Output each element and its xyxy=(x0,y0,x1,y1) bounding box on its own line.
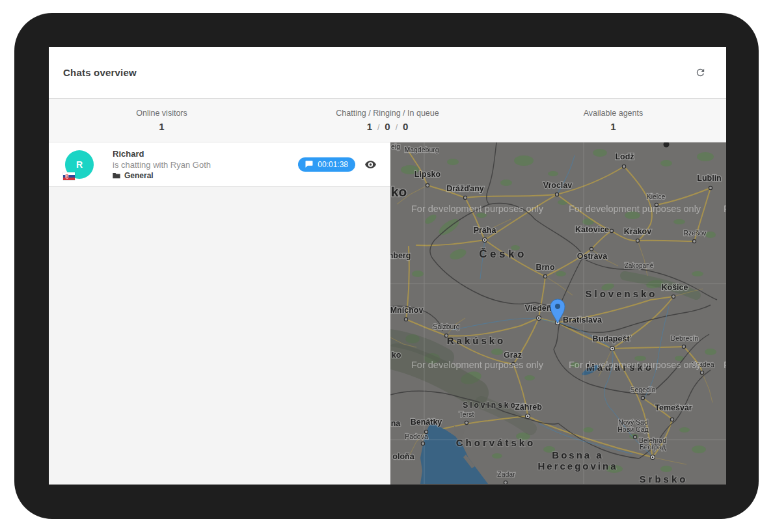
svg-text:Београд: Београд xyxy=(640,443,666,451)
svg-text:Salzburg: Salzburg xyxy=(433,323,460,330)
svg-text:Krakov: Krakov xyxy=(624,227,651,236)
folder-icon xyxy=(113,172,120,179)
svg-text:For development purposes only: For development purposes only xyxy=(569,360,701,370)
stats-bar: Online visitors 1 Chatting / Ringing / I… xyxy=(49,99,726,142)
svg-text:Debrecín: Debrecín xyxy=(671,334,699,342)
svg-text:For development purposes only: For development purposes only xyxy=(411,360,544,370)
chat-list-item[interactable]: R Richard is chatting with Ryan Goth xyxy=(49,142,390,187)
map[interactable]: eigMagdeburgLipskoDrážďanyVroclavLodžLub… xyxy=(390,142,726,485)
svg-text:For development purposes only: For development purposes only xyxy=(411,204,544,214)
chat-bubble-icon xyxy=(305,161,313,168)
svg-text:Česko: Česko xyxy=(479,248,527,260)
stat-online-visitors: Online visitors 1 xyxy=(49,99,275,142)
chat-duration-badge[interactable]: 00:01:38 xyxy=(298,157,355,172)
svg-text:For development purposes only: For development purposes only xyxy=(724,360,726,370)
svg-text:Padova: Padova xyxy=(405,432,428,440)
chat-info: Richard is chatting with Ryan Goth Gener… xyxy=(113,148,298,181)
stat-value: 1 xyxy=(610,121,616,132)
chat-status-text: is chatting with Ryan Goth xyxy=(113,159,298,170)
svg-text:na: na xyxy=(391,419,401,428)
svg-text:Rzešov: Rzešov xyxy=(683,229,707,237)
map-canvas: eigMagdeburgLipskoDrážďanyVroclavLodžLub… xyxy=(390,142,726,484)
svg-text:Praha: Praha xyxy=(474,226,497,235)
svg-text:Kielce: Kielce xyxy=(647,193,666,200)
svg-text:Viedeň: Viedeň xyxy=(525,304,552,313)
slovakia-flag-icon xyxy=(63,172,75,180)
svg-text:Rakúsko: Rakúsko xyxy=(447,335,506,346)
svg-text:Košice: Košice xyxy=(662,283,688,292)
svg-text:Bosna a: Bosna a xyxy=(552,449,603,460)
device-frame: Chats overview Online visitors 1 Chattin… xyxy=(14,13,759,519)
svg-text:Temešvár: Temešvár xyxy=(655,403,692,412)
chat-list-panel: R Richard is chatting with Ryan Goth xyxy=(49,142,390,485)
main-content: R Richard is chatting with Ryan Goth xyxy=(49,142,726,485)
svg-text:Vroclav: Vroclav xyxy=(543,181,573,190)
svg-text:Záhreb: Záhreb xyxy=(515,403,542,412)
svg-text:Budapešť: Budapešť xyxy=(593,334,631,343)
svg-text:Srbsko: Srbsko xyxy=(640,473,688,484)
department-label: General xyxy=(124,170,154,181)
svg-text:Lodž: Lodž xyxy=(615,152,634,161)
chat-duration: 00:01:38 xyxy=(318,160,348,169)
svg-text:ko: ko xyxy=(391,184,407,199)
stat-value: 1 xyxy=(159,121,164,132)
refresh-button[interactable] xyxy=(692,64,709,81)
visitor-name: Richard xyxy=(113,148,298,159)
svg-text:nberg: nberg xyxy=(390,251,411,260)
stat-chatting-ringing-queue: Chatting / Ringing / In queue 1 / 0 / 0 xyxy=(275,99,500,142)
stat-value: 1 / 0 / 0 xyxy=(367,121,409,132)
separator: / xyxy=(377,123,379,132)
app-window: Chats overview Online visitors 1 Chattin… xyxy=(49,47,726,485)
queue-count: 0 xyxy=(403,121,408,132)
svg-text:Lublin: Lublin xyxy=(697,174,722,183)
stat-label: Available agents xyxy=(584,109,644,118)
page-title: Chats overview xyxy=(63,67,137,78)
svg-text:Benátky: Benátky xyxy=(411,418,442,427)
svg-text:Terst: Terst xyxy=(459,410,474,418)
view-chat-button[interactable] xyxy=(365,161,376,168)
svg-text:Zadar: Zadar xyxy=(497,470,515,478)
svg-text:Chorvátsko: Chorvátsko xyxy=(456,437,536,448)
header: Chats overview xyxy=(49,47,726,99)
avatar: R xyxy=(65,150,94,179)
svg-text:Brno: Brno xyxy=(536,263,555,272)
svg-text:Slovinsko: Slovinsko xyxy=(463,401,517,410)
svg-text:Magdeburg: Magdeburg xyxy=(404,146,439,153)
svg-text:Katovice: Katovice xyxy=(575,225,609,234)
svg-text:Slovensko: Slovensko xyxy=(585,288,657,299)
stat-available-agents: Available agents 1 xyxy=(500,99,726,142)
svg-text:Bratislava: Bratislava xyxy=(563,315,603,325)
separator: / xyxy=(396,123,398,132)
svg-text:For development purposes only: For development purposes only xyxy=(724,204,726,214)
svg-text:Drážďany: Drážďany xyxy=(446,184,484,193)
ringing-count: 0 xyxy=(385,121,390,132)
svg-text:ko: ko xyxy=(392,351,401,360)
stat-label: Online visitors xyxy=(136,109,187,118)
chat-actions: 00:01:38 xyxy=(298,157,376,172)
svg-text:Graz: Graz xyxy=(504,351,522,360)
svg-text:eig: eig xyxy=(391,142,400,150)
svg-text:Нови Сад: Нови Сад xyxy=(617,425,648,433)
eye-icon xyxy=(365,161,376,168)
chatting-count: 1 xyxy=(367,121,372,132)
svg-text:Zakopané: Zakopané xyxy=(625,262,654,269)
stat-label: Chatting / Ringing / In queue xyxy=(336,109,439,118)
svg-text:Ostrava: Ostrava xyxy=(577,252,608,261)
svg-text:oloňa: oloňa xyxy=(392,452,414,461)
department: General xyxy=(113,170,298,181)
avatar-initial: R xyxy=(76,159,83,170)
refresh-icon xyxy=(695,67,706,78)
svg-text:Lipsko: Lipsko xyxy=(414,170,441,179)
svg-text:Hercegovina: Hercegovina xyxy=(537,460,617,472)
svg-text:Segedín: Segedín xyxy=(630,386,655,393)
svg-text:For development purposes only: For development purposes only xyxy=(569,204,701,214)
svg-text:Mníchov: Mníchov xyxy=(390,306,423,315)
